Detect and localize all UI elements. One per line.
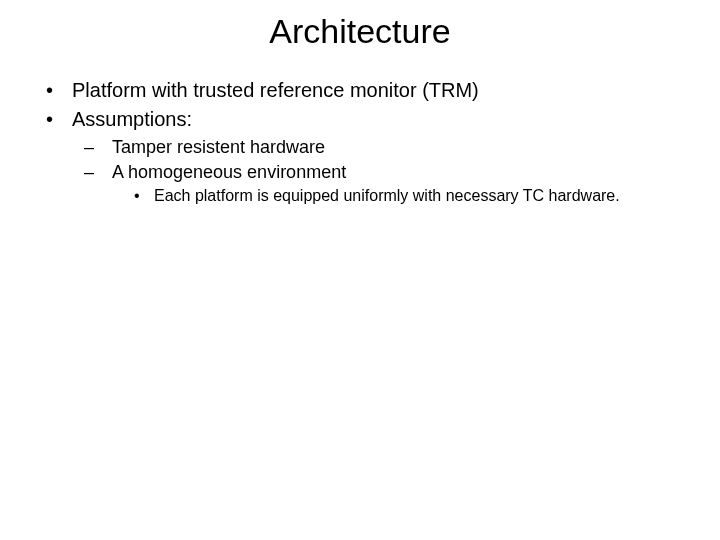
list-item: – A homogeneous environment xyxy=(42,162,720,183)
bullet-text: Tamper resistent hardware xyxy=(112,137,325,158)
bullet-marker: • xyxy=(42,108,72,131)
dash-marker: – xyxy=(84,137,112,158)
list-item: • Each platform is equipped uniformly wi… xyxy=(42,187,720,205)
slide-title: Architecture xyxy=(0,12,720,51)
dash-marker: – xyxy=(84,162,112,183)
bullet-marker: • xyxy=(132,187,154,205)
list-item: • Assumptions: xyxy=(42,108,720,131)
list-item: • Platform with trusted reference monito… xyxy=(42,79,720,102)
list-item: – Tamper resistent hardware xyxy=(42,137,720,158)
slide-content: • Platform with trusted reference monito… xyxy=(0,79,720,205)
bullet-text: Assumptions: xyxy=(72,108,192,131)
bullet-text: A homogeneous environment xyxy=(112,162,346,183)
bullet-text: Platform with trusted reference monitor … xyxy=(72,79,479,102)
bullet-text: Each platform is equipped uniformly with… xyxy=(154,187,620,205)
bullet-marker: • xyxy=(42,79,72,102)
